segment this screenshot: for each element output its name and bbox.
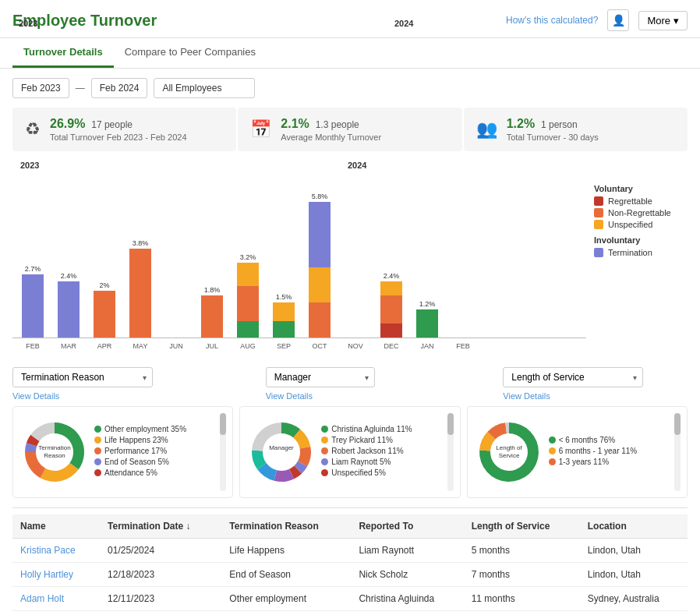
col-location: Location — [580, 514, 688, 539]
bar-month-label: JAN — [410, 340, 444, 350]
donut-scrollbar[interactable] — [674, 413, 681, 491]
bar-segment — [273, 302, 295, 321]
bar-pct: 3.8% — [133, 236, 149, 247]
bar-group: 1.8% — [195, 283, 229, 338]
donut-legend-dot — [94, 437, 101, 444]
donut-legend-text: Trey Pickard 11% — [331, 436, 393, 444]
bar-month-label: NOV — [338, 340, 373, 350]
donut-legend-text: 1-3 years 11% — [559, 458, 609, 466]
donut-legend-2: < 6 months 76%6 months - 1 year 11%1-3 y… — [549, 436, 670, 468]
date-separator: — — [76, 83, 85, 94]
donut-legend-text: Attendance 5% — [104, 468, 157, 477]
date-from-input[interactable]: Feb 2023 — [12, 78, 69, 98]
donut-scrollbar[interactable] — [447, 413, 454, 491]
bar-segment — [380, 295, 402, 323]
donuts-section: TerminationReasonOther employment 35%Lif… — [0, 406, 700, 507]
length-of-service: 5 months — [464, 539, 580, 563]
donut-legend-item: Other employment 35% — [94, 425, 215, 433]
dropdown-row: Termination Reason ▾ Manager ▾ Length of… — [0, 359, 700, 389]
more-label: More — [647, 15, 670, 27]
col-name: Name — [12, 514, 100, 539]
donut-legend-dot — [321, 458, 328, 465]
bar-group — [159, 325, 193, 338]
bar-stack — [309, 202, 331, 338]
bar-pct: 1.2% — [419, 297, 436, 308]
bar-month-label: AUG — [231, 340, 265, 350]
tab-compare-peer[interactable]: Compare to Peer Companies — [114, 38, 267, 68]
employee-name[interactable]: Holly Hartley — [12, 563, 100, 587]
donut-legend-item: Robert Jackson 11% — [321, 447, 442, 455]
manager-dropdown[interactable]: Manager — [266, 367, 375, 387]
bar-group — [446, 325, 480, 338]
table-section: Name Termination Date ↓ Termination Reas… — [0, 508, 700, 611]
involuntary-legend-title: Involuntary — [594, 235, 688, 245]
donut-legend-dot — [549, 437, 556, 444]
table-row: Adam Holt12/11/2023Other employmentChris… — [12, 587, 688, 611]
view-details-1[interactable]: View Details — [12, 391, 197, 401]
donut-panel-0: TerminationReasonOther employment 35%Lif… — [12, 406, 233, 498]
user-icon[interactable]: 👤 — [607, 9, 629, 31]
termination-reason: End of Season — [221, 563, 351, 587]
unspecified-color — [594, 220, 603, 229]
donut-svg-1: Manager — [246, 417, 316, 487]
header-actions: How's this calculated? 👤 More ▾ — [506, 9, 688, 31]
donut-legend-text: Liam Raynott 5% — [331, 458, 391, 466]
more-button[interactable]: More ▾ — [638, 11, 688, 30]
termination-reason: Other employment — [221, 587, 351, 611]
length-of-service-dropdown[interactable]: Length of Service — [503, 367, 643, 387]
bar-pct: 3.2% — [240, 250, 256, 261]
refresh-icon: ♻ — [25, 119, 41, 140]
bar-segment — [22, 274, 44, 338]
donut-panel-1: ManagerChristina Agluinda 11%Trey Pickar… — [239, 406, 460, 498]
chart-legend: Voluntary Regrettable Non-Regrettable Un… — [586, 161, 688, 350]
donut-legend-text: Life Happens 23% — [104, 436, 168, 444]
termination-reason: Life Happens — [221, 539, 351, 563]
bar-stack — [416, 309, 438, 338]
donut-legend-item: End of Season 5% — [94, 458, 215, 466]
donut-svg-2: Length ofService — [474, 417, 544, 487]
how-calculated-link[interactable]: How's this calculated? — [506, 15, 598, 26]
donut-panel-2: Length ofService< 6 months 76%6 months -… — [467, 406, 688, 498]
bar-group: 2.4% — [51, 269, 86, 338]
bar-month-label: OCT — [302, 340, 337, 350]
bar-pct: 2.7% — [25, 262, 41, 273]
bar-group: 3.8% — [123, 236, 157, 338]
bar-stack — [94, 291, 115, 338]
summary-card-monthly: 📅 2.1% 1.3 people Average Monthly Turnov… — [238, 108, 461, 151]
bar-month-label: MAY — [123, 340, 157, 350]
donut-legend-dot — [94, 469, 101, 476]
bar-pct: 1.5% — [276, 290, 292, 301]
length-of-service-dropdown-wrap: Length of Service ▾ — [503, 367, 688, 387]
col-date[interactable]: Termination Date ↓ — [100, 514, 221, 539]
bar-stack — [380, 281, 402, 338]
donut-scrollbar[interactable] — [220, 413, 226, 491]
employee-name[interactable]: Kristina Pace — [12, 539, 100, 563]
total-turnover-label: Total Turnover Feb 2023 - Feb 2024 — [50, 133, 187, 142]
legend-regrettable: Regrettable — [594, 196, 688, 206]
bar-stack — [22, 274, 44, 338]
tab-turnover-details[interactable]: Turnover Details — [12, 38, 114, 68]
view-details-3[interactable]: View Details — [503, 391, 688, 401]
bar-pct: 1.8% — [204, 283, 221, 294]
termination-color — [594, 248, 603, 257]
donut-legend-item: Life Happens 23% — [94, 436, 215, 444]
employee-type-select[interactable]: All Employees — [154, 78, 255, 98]
bar-group: 5.8% — [302, 189, 337, 338]
view-details-2[interactable]: View Details — [266, 391, 451, 401]
summary-card-30days: 👥 1.2% 1 person Total Turnover - 30 days — [464, 108, 688, 151]
legend-termination: Termination — [594, 248, 688, 257]
donut-legend-text: Unspecified 5% — [331, 468, 385, 477]
termination-reason-dropdown[interactable]: Termination Reason — [12, 367, 153, 387]
summary-card-total: ♻ 26.9% 17 people Total Turnover Feb 202… — [12, 108, 236, 151]
bar-pct: 2.4% — [61, 269, 77, 280]
date-to-input[interactable]: Feb 2024 — [91, 78, 148, 98]
bar-segment — [380, 323, 402, 338]
non-regrettable-color — [594, 208, 603, 217]
table-row: Holly Hartley12/18/2023End of SeasonNick… — [12, 563, 688, 587]
donut-scrollbar-thumb — [220, 413, 226, 435]
bar-segment — [309, 202, 331, 267]
bar-segment — [201, 295, 223, 338]
employee-name[interactable]: Adam Holt — [12, 587, 100, 611]
bar-segment — [58, 281, 80, 338]
donut-legend-dot — [321, 447, 328, 454]
